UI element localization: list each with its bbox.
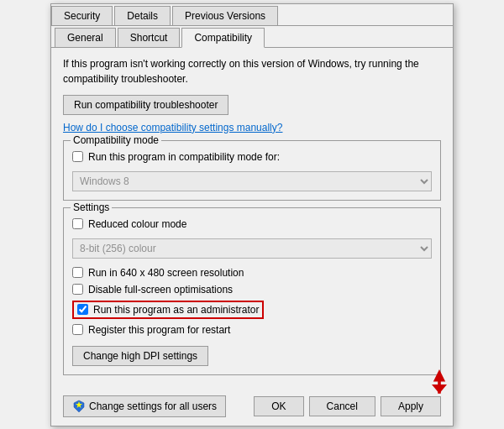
disable-fullscreen-checkbox[interactable] — [72, 284, 83, 295]
tab-general[interactable]: General — [55, 28, 116, 47]
register-restart-row: Register this program for restart — [72, 324, 432, 336]
run-as-admin-checkbox[interactable] — [77, 304, 88, 315]
run-as-admin-highlighted: Run this program as an administrator — [72, 301, 264, 319]
compatibility-mode-checkbox-label: Run this program in compatibility mode f… — [88, 151, 280, 163]
640x480-checkbox[interactable] — [72, 267, 83, 278]
compatibility-mode-checkbox[interactable] — [72, 151, 83, 162]
640x480-row: Run in 640 x 480 screen resolution — [72, 267, 432, 279]
footer-right: OK Cancel Apply — [254, 396, 441, 416]
change-settings-label: Change settings for all users — [89, 400, 217, 412]
run-as-admin-row: Run this program as an administrator — [72, 301, 432, 319]
cancel-button[interactable]: Cancel — [309, 396, 375, 416]
tab-security[interactable]: Security — [51, 6, 113, 25]
dialog-window: Security Details Previous Versions Gener… — [50, 3, 454, 426]
arrow-svg — [428, 369, 451, 400]
top-tab-bar: Security Details Previous Versions — [51, 4, 453, 26]
tab-details[interactable]: Details — [114, 6, 171, 25]
svg-marker-3 — [432, 385, 447, 394]
reduced-colour-row: Reduced colour mode — [72, 218, 432, 230]
register-restart-checkbox[interactable] — [72, 324, 83, 335]
how-to-link[interactable]: How do I choose compatibility settings m… — [63, 122, 441, 133]
settings-group: Settings Reduced colour mode 8-bit (256)… — [63, 207, 441, 375]
640x480-label: Run in 640 x 480 screen resolution — [88, 267, 244, 279]
description-text: If this program isn't working correctly … — [63, 56, 441, 86]
shield-icon — [72, 400, 86, 413]
settings-label: Settings — [71, 201, 112, 213]
compatibility-mode-select[interactable]: Windows 8 — [72, 171, 432, 191]
compatibility-mode-label: Compatibility mode — [71, 134, 161, 146]
disable-fullscreen-label: Disable full-screen optimisations — [88, 284, 233, 296]
tab-shortcut[interactable]: Shortcut — [118, 28, 181, 47]
reduced-colour-label: Reduced colour mode — [88, 218, 186, 230]
change-dpi-button[interactable]: Change high DPI settings — [72, 346, 208, 366]
bottom-tab-bar: General Shortcut Compatibility — [51, 26, 453, 48]
tab-compatibility[interactable]: Compatibility — [181, 28, 265, 48]
run-as-admin-label: Run this program as an administrator — [93, 304, 259, 316]
footer: Change settings for all users OK Cancel … — [51, 389, 453, 426]
footer-left: Change settings for all users — [63, 395, 226, 417]
ok-button[interactable]: OK — [254, 396, 303, 416]
main-content: If this program isn't working correctly … — [51, 48, 453, 389]
change-settings-button[interactable]: Change settings for all users — [63, 395, 226, 417]
reduced-colour-checkbox[interactable] — [72, 218, 83, 229]
tab-previous-versions[interactable]: Previous Versions — [172, 6, 278, 25]
disable-fullscreen-row: Disable full-screen optimisations — [72, 284, 432, 296]
colour-select[interactable]: 8-bit (256) colour — [72, 238, 432, 259]
run-troubleshooter-button[interactable]: Run compatibility troubleshooter — [63, 95, 228, 115]
register-restart-label: Register this program for restart — [88, 324, 230, 336]
compatibility-mode-row: Run this program in compatibility mode f… — [72, 151, 432, 163]
compatibility-mode-group: Compatibility mode Run this program in c… — [63, 140, 441, 201]
